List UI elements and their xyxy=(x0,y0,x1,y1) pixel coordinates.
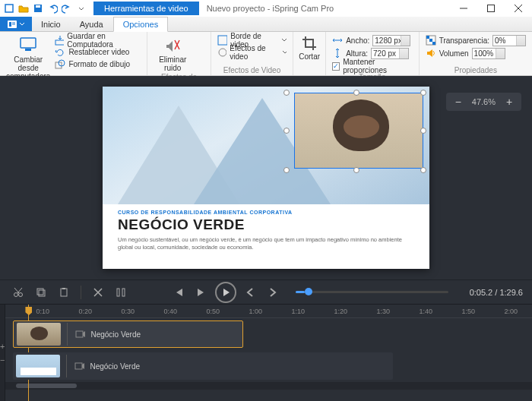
monitor-icon xyxy=(19,36,37,54)
sparkle-icon xyxy=(217,47,226,58)
volume-input[interactable]: 100% xyxy=(472,48,505,59)
selection-handle[interactable] xyxy=(283,128,290,134)
slide-canvas[interactable]: CURSO DE RESPONSABILIDADE AMBIENTAL CORP… xyxy=(103,87,429,269)
crop-button[interactable]: Cortar xyxy=(296,34,322,61)
paste-button[interactable] xyxy=(55,283,73,302)
undo-icon[interactable] xyxy=(46,2,59,14)
add-track-button[interactable]: + xyxy=(0,342,5,351)
selection-handle[interactable] xyxy=(353,90,359,96)
playback-bar: 0:05.2 / 1:29.6 xyxy=(0,279,532,304)
id-icon xyxy=(8,20,17,29)
tab-inicio[interactable]: Inicio xyxy=(32,17,71,31)
timeline-scrollbar[interactable] xyxy=(5,382,532,390)
svg-rect-28 xyxy=(76,331,83,337)
redo-icon[interactable] xyxy=(61,2,73,14)
clip-thumbnail xyxy=(16,355,60,377)
shape-icon xyxy=(55,59,65,70)
reset-icon xyxy=(55,47,65,58)
clip-2[interactable]: Negócio Verde xyxy=(13,352,393,380)
group-properties: Transparencia: 0% Volumen 100% Propiedad… xyxy=(420,32,532,75)
zoom-control: − 47.6% + xyxy=(446,93,521,111)
selection-handle[interactable] xyxy=(420,128,426,134)
slide-headline: NEGÓCIO VERDE xyxy=(118,216,414,233)
tab-opciones[interactable]: Opciones xyxy=(113,17,168,32)
height-icon xyxy=(332,48,343,58)
transparency-icon xyxy=(426,35,436,46)
remove-noise-button[interactable]: Eliminar ruido xyxy=(154,34,192,72)
selection-handle[interactable] xyxy=(420,167,426,173)
save-to-computer-button[interactable]: Guardar en Computadora xyxy=(55,34,141,46)
transparency-label: Transparencia: xyxy=(439,36,489,45)
new-icon[interactable] xyxy=(3,2,15,14)
selection-handle[interactable] xyxy=(353,167,359,173)
height-input[interactable]: 720 px xyxy=(371,48,409,59)
next-button[interactable] xyxy=(264,283,282,302)
svg-rect-24 xyxy=(61,289,67,296)
group-label-props: Propiedades xyxy=(426,65,526,75)
timeline-sidebar: + − xyxy=(0,305,5,401)
svg-rect-18 xyxy=(429,39,432,42)
change-from-computer-button[interactable]: Cambiar desde computadora xyxy=(6,34,50,81)
skip-start-button[interactable] xyxy=(169,283,188,302)
save-icon[interactable] xyxy=(32,2,44,14)
split-button[interactable] xyxy=(112,283,130,302)
video-icon xyxy=(74,361,85,371)
group-label-effects: Efectos de Video xyxy=(217,65,287,75)
height-label: Altura: xyxy=(346,49,368,58)
drawing-format-button[interactable]: Formato de dibujo xyxy=(55,58,141,70)
clip-label: Negócio Verde xyxy=(90,330,141,339)
playback-slider[interactable] xyxy=(296,291,448,293)
cut-button[interactable] xyxy=(9,283,27,302)
editor-canvas-area: CURSO DE RESPONSABILIDADE AMBIENTAL CORP… xyxy=(0,76,532,279)
svg-rect-29 xyxy=(75,363,82,369)
zoom-in-button[interactable]: + xyxy=(503,96,515,108)
group-size: Ancho: 1280 px Altura: 720 px ✓ Mantener… xyxy=(326,32,420,75)
reset-video-button[interactable]: Restablecer video xyxy=(55,46,141,58)
transparency-input[interactable]: 0% xyxy=(492,35,526,46)
group-video: Cambiar desde computadora Guardar en Com… xyxy=(0,32,147,75)
width-label: Ancho: xyxy=(346,36,369,45)
svg-rect-23 xyxy=(39,290,45,296)
selection-handle[interactable] xyxy=(283,167,290,173)
file-tab[interactable] xyxy=(0,17,32,31)
group-crop: Cortar xyxy=(293,32,326,75)
clip-1[interactable]: Negócio Verde xyxy=(13,320,243,348)
svg-point-15 xyxy=(219,49,226,56)
svg-point-21 xyxy=(19,292,23,296)
tab-ayuda[interactable]: Ayuda xyxy=(71,17,113,31)
minimize-button[interactable] xyxy=(450,0,477,17)
svg-rect-2 xyxy=(36,5,40,8)
skip-end-button[interactable] xyxy=(192,283,211,302)
play-button[interactable] xyxy=(215,282,236,303)
selection-handle[interactable] xyxy=(420,90,426,96)
width-input[interactable]: 1280 px xyxy=(372,35,410,46)
group-effects: Borde de video Efectos de video Efectos … xyxy=(211,32,293,75)
toggle-track-button[interactable]: − xyxy=(0,355,5,365)
timeline-ruler[interactable]: 0:10 0:20 0:30 0:40 0:50 1:00 1:10 1:20 … xyxy=(5,305,532,318)
maximize-button[interactable] xyxy=(477,0,505,17)
svg-rect-22 xyxy=(37,289,43,295)
svg-rect-14 xyxy=(218,36,227,45)
svg-rect-9 xyxy=(21,38,36,48)
noise-label: Eliminar ruido xyxy=(154,55,192,72)
selection-handle[interactable] xyxy=(283,90,290,96)
delete-button[interactable] xyxy=(89,283,107,302)
svg-rect-10 xyxy=(25,49,31,51)
keep-proportions-checkbox[interactable]: ✓ xyxy=(332,62,340,71)
video-effects-button[interactable]: Efectos de video xyxy=(217,46,287,58)
qat-dropdown-icon[interactable] xyxy=(75,2,87,14)
zoom-out-button[interactable]: − xyxy=(452,96,464,108)
slide-body: Um negócio sustentável, ou um negócio ve… xyxy=(118,236,414,251)
title-bar: Herramientas de video Nuevo proyecto - i… xyxy=(0,0,532,17)
svg-rect-19 xyxy=(432,42,435,45)
crop-icon xyxy=(302,36,317,51)
noise-icon xyxy=(163,36,182,54)
chevron-down-icon xyxy=(20,22,24,27)
close-button[interactable] xyxy=(505,0,532,17)
inset-video-object[interactable] xyxy=(294,93,423,169)
open-icon[interactable] xyxy=(17,2,30,14)
copy-button[interactable] xyxy=(32,283,50,302)
chevron-down-icon xyxy=(282,38,287,43)
svg-rect-17 xyxy=(426,36,429,39)
prev-button[interactable] xyxy=(241,283,259,302)
